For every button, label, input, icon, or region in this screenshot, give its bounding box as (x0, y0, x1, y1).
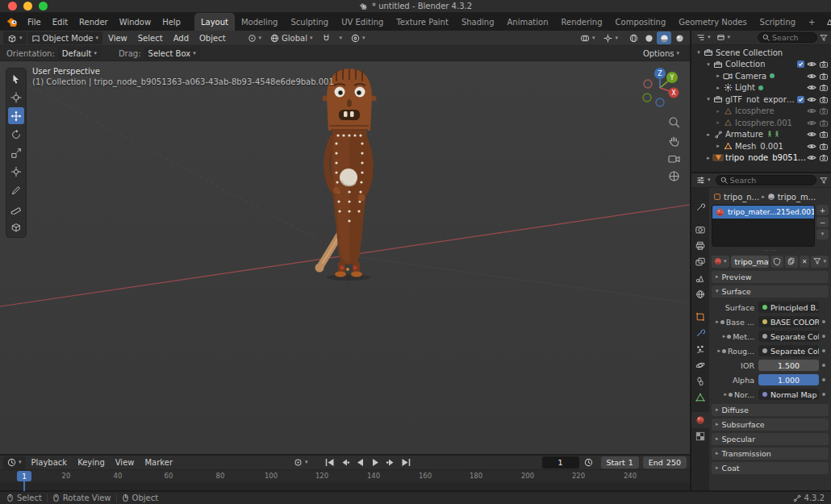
transform-tool[interactable] (8, 163, 24, 180)
current-frame-field[interactable]: 1 (542, 456, 579, 469)
slot-list-grip[interactable]: ····· (712, 248, 829, 254)
outliner-search[interactable] (758, 32, 817, 43)
outliner-row-mesh-0-001[interactable]: ▸ Mesh_0.001 (691, 140, 831, 152)
disable-render-icon[interactable] (819, 96, 829, 103)
menu-render[interactable]: Render (73, 13, 114, 31)
zoom-icon[interactable] (668, 116, 680, 128)
tab-render[interactable] (691, 222, 709, 238)
base-color-button[interactable]: BASE COLOR (758, 316, 819, 327)
menu-add[interactable]: Add (169, 31, 194, 46)
tab-material[interactable] (691, 412, 709, 428)
minimize-window-button[interactable] (23, 2, 32, 10)
tab-rendering[interactable]: Rendering (554, 13, 608, 31)
outliner-search-input[interactable] (772, 33, 812, 42)
tab-modeling[interactable]: Modeling (235, 13, 285, 31)
disclosure-icon[interactable]: ▸ (704, 131, 712, 138)
disclosure-icon[interactable]: ▸ (714, 73, 722, 79)
material-name-field[interactable]: tripo_mat... (731, 256, 769, 268)
outliner-row-gltf-not-exported[interactable]: ▾ glTF_not_exported (691, 94, 831, 106)
tab-object-data[interactable] (691, 389, 709, 406)
tab-shading[interactable]: Shading (455, 13, 501, 31)
surface-shader-button[interactable]: Principled B... (758, 302, 819, 313)
roughness-button[interactable]: Separate Col... (758, 345, 819, 356)
add-slot-button[interactable]: + (816, 205, 829, 215)
tab-scripting[interactable]: Scripting (754, 13, 802, 31)
properties-filter-icon[interactable] (820, 177, 828, 185)
tab-output[interactable] (691, 238, 709, 254)
properties-editor-type-button[interactable]: ▾ (695, 174, 712, 187)
ior-slider[interactable]: 1.500 (758, 360, 819, 371)
breadcrumb-object[interactable]: tripo_n... (724, 193, 759, 202)
unlink-material-button[interactable]: ✕ (800, 256, 810, 268)
tab-object[interactable] (691, 309, 709, 325)
auto-keying-button[interactable]: ▾ (290, 456, 312, 469)
section-coat[interactable]: ▸ Coat (712, 462, 829, 474)
zoom-window-button[interactable] (39, 2, 48, 10)
section-surface[interactable]: ▾ Surface (712, 285, 829, 298)
scene-selector[interactable]: Scene▾ (821, 15, 831, 28)
browse-material-button[interactable]: ▾ (712, 256, 729, 268)
outliner-editor-type-button[interactable]: ▾ (695, 31, 712, 44)
hide-eye-icon[interactable] (807, 73, 816, 80)
menu-edit[interactable]: Edit (47, 13, 73, 31)
tab-animation[interactable]: Animation (501, 13, 555, 31)
tab-tool[interactable] (691, 199, 709, 215)
section-transmission[interactable]: ▸ Transmission (712, 448, 829, 460)
transform-pivot-button[interactable]: ▾ (244, 31, 266, 44)
show-overlays-button[interactable]: ▾ (576, 31, 599, 44)
disclosure-icon[interactable]: ▸ (714, 143, 722, 149)
annotate-tool[interactable] (8, 181, 24, 198)
shading-material-preview-button[interactable] (657, 31, 671, 44)
tab-geometry-nodes[interactable]: Geometry Nodes (672, 13, 753, 31)
drag-dropdown[interactable]: Select Box ▾ (144, 47, 200, 60)
disable-render-icon[interactable] (819, 84, 829, 91)
duplicate-material-icon[interactable] (785, 256, 798, 268)
timeline-ruler[interactable]: 20 40 60 80 100 120 140 160 180 200 220 … (0, 469, 690, 490)
tab-texture[interactable] (691, 428, 709, 444)
tab-physics[interactable] (691, 357, 709, 373)
hide-eye-icon[interactable] (807, 154, 816, 161)
snap-settings-button[interactable]: ▾ (336, 31, 347, 44)
outliner-row-camera[interactable]: ▸ Camera (691, 70, 831, 82)
timeline-editor-type-button[interactable]: ▾ (3, 456, 26, 469)
remove-slot-button[interactable]: − (816, 217, 829, 227)
tab-world[interactable] (691, 286, 709, 302)
blender-logo-icon[interactable] (6, 17, 19, 27)
hide-eye-icon[interactable] (807, 60, 816, 68)
shading-solid-button[interactable] (641, 31, 656, 44)
tab-scene[interactable] (691, 270, 709, 286)
tab-sculpting[interactable]: Sculpting (284, 13, 335, 31)
add-workspace-button[interactable]: + (802, 13, 821, 31)
section-specular[interactable]: ▸ Specular (712, 433, 829, 445)
disable-render-icon[interactable] (819, 107, 829, 115)
disable-render-icon[interactable] (819, 119, 829, 127)
metallic-button[interactable]: Separate Col... (758, 331, 819, 342)
disclosure-icon[interactable]: ▾ (704, 61, 712, 68)
menu-object[interactable]: Object (194, 31, 231, 46)
hide-eye-icon[interactable] (807, 131, 816, 138)
material-slot-active[interactable]: tripo_mater...215ed.001 (712, 206, 814, 219)
menu-window[interactable]: Window (114, 13, 157, 31)
shading-rendered-button[interactable] (672, 31, 687, 44)
playhead[interactable]: 1 (17, 471, 31, 481)
tab-view-layer[interactable] (691, 254, 709, 270)
section-subsurface[interactable]: ▸ Subsurface (712, 419, 829, 431)
camera-view-icon[interactable] (668, 153, 680, 164)
viewport-3d[interactable]: User Perspective (1) Collection | tripo_… (0, 61, 690, 454)
tab-compositing[interactable]: Compositing (609, 13, 673, 31)
jump-to-end-button[interactable] (399, 456, 413, 469)
hide-eye-icon[interactable] (807, 107, 816, 115)
frame-start-field[interactable]: Start1 (601, 456, 639, 469)
play-button[interactable] (369, 456, 382, 469)
disclosure-icon[interactable]: ▸ (714, 119, 722, 126)
tab-particles[interactable] (691, 341, 709, 357)
disable-render-icon[interactable] (819, 154, 829, 161)
outliner-row-collection[interactable]: ▾ Collection (691, 59, 831, 71)
menu-help[interactable]: Help (157, 13, 186, 31)
disclosure-icon[interactable]: ▸ (704, 155, 712, 161)
frame-end-field[interactable]: End250 (643, 456, 687, 469)
tab-constraints[interactable] (691, 373, 709, 389)
hide-eye-icon[interactable] (807, 96, 816, 103)
disclosure-icon[interactable]: ▾ (695, 49, 703, 56)
move-tool[interactable] (8, 107, 24, 124)
